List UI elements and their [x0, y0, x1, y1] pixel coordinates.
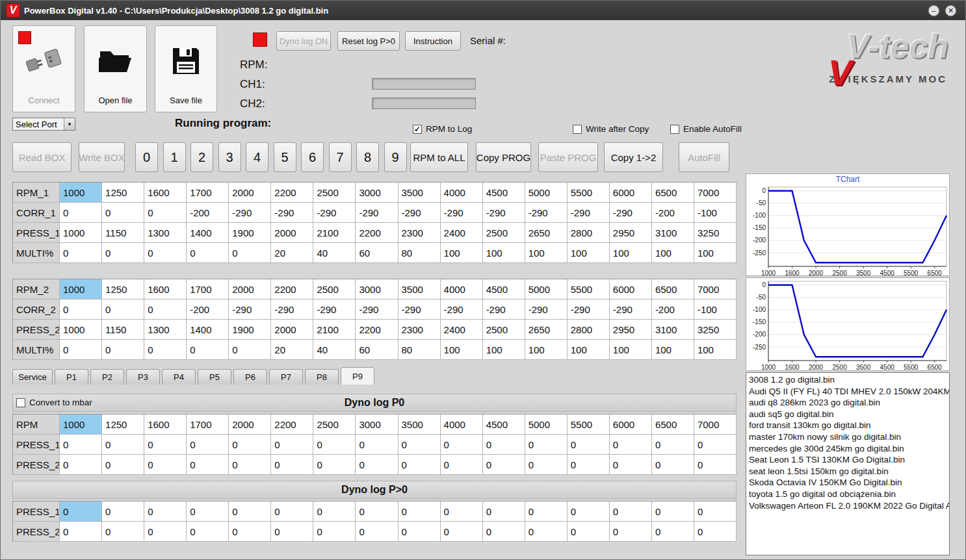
- table-cell[interactable]: 0: [652, 502, 694, 522]
- table-cell[interactable]: 1600: [144, 279, 187, 299]
- file-list-item[interactable]: mercedes gle 300d 245km go digital.bin: [749, 443, 949, 455]
- table-cell[interactable]: 3000: [356, 279, 398, 299]
- table-cell[interactable]: 6000: [610, 414, 652, 435]
- table-cell[interactable]: 2400: [441, 320, 483, 340]
- table-cell[interactable]: 60: [356, 340, 398, 360]
- table-cell[interactable]: 5500: [568, 279, 610, 299]
- table-cell[interactable]: 0: [652, 455, 694, 475]
- save-file-button[interactable]: Save file: [155, 25, 217, 112]
- tab-service[interactable]: Service: [12, 369, 53, 385]
- file-list-item[interactable]: ford transit 130km go digital.bin: [749, 420, 949, 431]
- table-cell[interactable]: 0: [229, 455, 271, 475]
- autofill-button[interactable]: AutoFill: [679, 142, 729, 172]
- table-cell[interactable]: 0: [102, 522, 144, 542]
- table-cell[interactable]: 0: [441, 502, 483, 522]
- table-cell[interactable]: -290: [398, 299, 441, 320]
- table-cell[interactable]: 0: [102, 243, 144, 263]
- table-cell[interactable]: 0: [144, 455, 187, 475]
- table-cell[interactable]: -290: [525, 299, 568, 320]
- table-cell[interactable]: 0: [398, 455, 441, 475]
- table-cell[interactable]: 0: [483, 522, 525, 542]
- table-cell[interactable]: 0: [144, 502, 187, 522]
- table-cell[interactable]: 2200: [356, 320, 398, 340]
- table-cell[interactable]: 0: [60, 435, 102, 455]
- table-cell[interactable]: 100: [568, 340, 610, 360]
- table-cell[interactable]: 0: [610, 502, 652, 522]
- file-list-item[interactable]: Audi Q5 II (FY FL) 40 TDI MHEV 2.0 150kW…: [749, 386, 949, 398]
- file-list-item[interactable]: Volkswagen Arteon FL 2.0 190KM 2022 Go D…: [749, 500, 949, 512]
- table-cell[interactable]: 0: [610, 522, 652, 542]
- reset-log-button[interactable]: Reset log P>0: [337, 31, 400, 51]
- table-cell[interactable]: 2200: [356, 223, 398, 243]
- table-cell[interactable]: -200: [652, 299, 694, 320]
- close-button[interactable]: ✕: [945, 5, 956, 16]
- table-cell[interactable]: -290: [356, 203, 398, 223]
- table-cell[interactable]: -100: [694, 299, 737, 320]
- table-cell[interactable]: 0: [60, 203, 102, 223]
- table-cell[interactable]: 0: [102, 340, 144, 360]
- table-cell[interactable]: 0: [271, 502, 313, 522]
- table-cell[interactable]: -290: [229, 299, 271, 320]
- table-cell[interactable]: 0: [60, 243, 102, 263]
- table-cell[interactable]: 2650: [525, 320, 568, 340]
- table-cell[interactable]: 1250: [102, 414, 144, 435]
- table-cell[interactable]: 60: [356, 243, 398, 263]
- table-cell[interactable]: 2000: [229, 183, 271, 203]
- table-cell[interactable]: -290: [441, 203, 483, 223]
- table-cell[interactable]: 0: [187, 435, 229, 455]
- table-cell[interactable]: 5500: [568, 183, 610, 203]
- table-cell[interactable]: 2800: [568, 223, 610, 243]
- table-cell[interactable]: 6500: [652, 414, 694, 435]
- file-list-item[interactable]: Seat Leon 1.5 TSI 130KM Go Digital.bin: [749, 454, 949, 466]
- digit-0-button[interactable]: 0: [135, 142, 158, 172]
- table-cell[interactable]: 0: [102, 435, 144, 455]
- digit-7-button[interactable]: 7: [329, 142, 352, 172]
- chevron-down-icon[interactable]: ▼: [64, 118, 75, 130]
- table-cell[interactable]: 4000: [441, 183, 483, 203]
- table-cell[interactable]: 0: [398, 522, 441, 542]
- table-cell[interactable]: 0: [441, 435, 483, 455]
- tab-p6[interactable]: P6: [233, 369, 267, 385]
- table-cell[interactable]: -290: [229, 203, 271, 223]
- table-cell[interactable]: 0: [652, 435, 694, 455]
- table-cell[interactable]: 6500: [652, 183, 694, 203]
- table-cell[interactable]: 100: [483, 243, 525, 263]
- table-cell[interactable]: 2000: [271, 320, 313, 340]
- table-cell[interactable]: 40: [313, 340, 356, 360]
- copy-prog-button[interactable]: Copy PROG: [476, 142, 531, 172]
- table-cell[interactable]: 0: [102, 502, 144, 522]
- table-cell[interactable]: 1900: [229, 223, 271, 243]
- table-cell[interactable]: 1150: [102, 223, 144, 243]
- table-cell[interactable]: 2500: [313, 279, 356, 299]
- table-cell[interactable]: 4500: [483, 414, 525, 435]
- table-cell[interactable]: 3000: [356, 183, 398, 203]
- file-list-item[interactable]: toyota 1.5 go digital od obciążenia.bin: [749, 489, 949, 500]
- tab-p4[interactable]: P4: [162, 369, 196, 385]
- table-cell[interactable]: 1000: [60, 183, 102, 203]
- write-after-copy-checkbox[interactable]: Write after Copy: [573, 124, 649, 134]
- table-cell[interactable]: 2200: [271, 183, 313, 203]
- table-cell[interactable]: 100: [694, 340, 737, 360]
- table-cell[interactable]: 3500: [398, 183, 441, 203]
- table-cell[interactable]: 2000: [229, 414, 271, 435]
- tab-p1[interactable]: P1: [55, 369, 88, 385]
- table-cell[interactable]: 1300: [144, 320, 187, 340]
- digit-5-button[interactable]: 5: [274, 142, 296, 172]
- table-cell[interactable]: 0: [356, 455, 398, 475]
- digit-2-button[interactable]: 2: [190, 142, 213, 172]
- paste-prog-button[interactable]: Paste PROG: [538, 142, 598, 172]
- open-file-button[interactable]: Open file: [84, 25, 147, 112]
- table-cell[interactable]: -290: [610, 299, 652, 320]
- table-cell[interactable]: 0: [483, 435, 525, 455]
- table-cell[interactable]: 1600: [144, 183, 187, 203]
- table-cell[interactable]: 1600: [144, 414, 187, 435]
- table-cell[interactable]: 5500: [568, 414, 610, 435]
- table-cell[interactable]: 0: [187, 243, 229, 263]
- minimize-button[interactable]: –: [928, 5, 939, 16]
- table-cell[interactable]: 100: [568, 243, 610, 263]
- digit-6-button[interactable]: 6: [301, 142, 324, 172]
- table-cell[interactable]: 0: [441, 455, 483, 475]
- digit-8-button[interactable]: 8: [356, 142, 379, 172]
- table-cell[interactable]: -290: [525, 203, 568, 223]
- table-cell[interactable]: 3100: [652, 320, 694, 340]
